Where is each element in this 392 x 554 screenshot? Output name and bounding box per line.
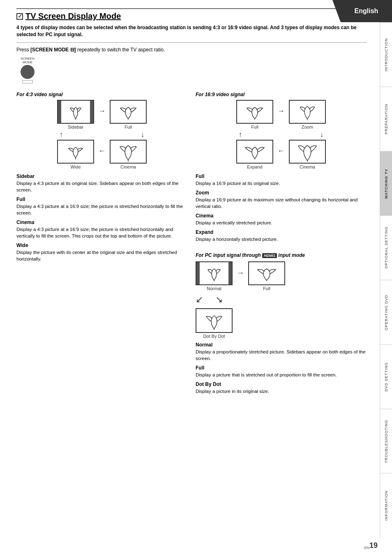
diag-wide: Wide xyxy=(57,140,94,169)
full-heading-169: Full xyxy=(196,173,367,179)
diagram-43: Sidebar → Full xyxy=(16,100,187,169)
hdmi-badge: HDMI1 xyxy=(262,253,277,258)
full-desc-169: Display a 16:9 picture at its original s… xyxy=(196,180,367,187)
tv-sidebar-box xyxy=(57,100,94,124)
diag-169-cinema: Cinema xyxy=(289,140,326,169)
full-desc-pc: Display a picture that is stretched out … xyxy=(196,372,367,378)
diag-row-169-2: Expand ← Cinema xyxy=(196,140,367,169)
sidebar-section-optional: OPTIONAL SETTING xyxy=(380,215,392,280)
full-desc-43: Display a 4:3 picture at a 16:9 size; th… xyxy=(16,203,187,216)
tv-dbd-box xyxy=(196,308,233,333)
checkbox-icon xyxy=(16,13,23,20)
cinema-heading-43: Cinema xyxy=(16,219,187,225)
arrow-169-up: ↑ xyxy=(239,130,242,139)
arrow-left-1: ← xyxy=(98,147,106,162)
cinema-desc-43: Display a 4:3 picture at a 16:9 size; th… xyxy=(16,226,187,239)
button-circle xyxy=(21,65,35,79)
arrow-down-right: ↓ xyxy=(141,130,145,139)
sidebar-desc: Display a 4:3 picture at its original si… xyxy=(16,180,187,193)
label-169-zoom: Zoom xyxy=(302,125,313,129)
diag-169-expand: Expand xyxy=(236,140,273,169)
tv-169-expand-box xyxy=(236,140,273,164)
wide-heading: Wide xyxy=(16,242,187,248)
cinema-heading-169: Cinema xyxy=(196,213,367,219)
arrow-169-right: → xyxy=(277,107,285,122)
label-wide: Wide xyxy=(70,164,81,169)
diag-row-169-1: Full → Zoom xyxy=(196,100,367,129)
pc-normal-cell: Normal xyxy=(196,261,233,291)
main-content: TV Screen Display Mode 4 types of displa… xyxy=(0,0,379,413)
page-title: TV Screen Display Mode xyxy=(16,12,367,21)
tulip-dbd-svg xyxy=(200,311,228,330)
cinema-desc-169: Display a vertically stretched picture. xyxy=(196,219,367,226)
full-heading-43: Full xyxy=(16,196,187,202)
page-en-label: EN xyxy=(364,546,369,550)
diag-row-2: Wide ← Cinema xyxy=(16,140,187,169)
signal-169-title: For 16:9 video signal xyxy=(196,92,367,97)
diag-row-1: Sidebar → Full xyxy=(16,100,187,129)
label-pc-normal: Normal xyxy=(207,286,221,291)
tv-full-box xyxy=(110,100,147,124)
label-169-full: Full xyxy=(251,125,258,129)
divider-line xyxy=(16,42,367,43)
expand-desc: Display a horizontally stretched picture… xyxy=(196,236,367,242)
tv-169-zoom-box xyxy=(289,100,326,124)
two-column-layout: For 4:3 video signal xyxy=(16,92,367,397)
sidebar-section-operating: OPERATING DVD xyxy=(380,280,392,344)
sidebar-section-dvd: DVD SETTING xyxy=(380,344,392,409)
dbd-desc: Display a picture in its original size. xyxy=(196,388,367,395)
arrow-169-left: ← xyxy=(277,147,285,162)
pc-diagram: Normal → xyxy=(196,261,367,339)
screen-mode-label: SCREENMODE xyxy=(21,57,34,64)
normal-desc: Display a proportionately stretched pict… xyxy=(196,349,367,362)
page-number: 19 xyxy=(369,541,378,550)
tv-pc-normal-box xyxy=(196,261,233,285)
label-sidebar: Sidebar xyxy=(68,125,83,129)
diag-full-top: Full xyxy=(110,100,147,129)
tv-wide-box xyxy=(57,140,94,164)
english-label: English xyxy=(355,7,378,15)
label-dbd: Dot By Dot xyxy=(203,334,225,339)
tv-pc-full-box xyxy=(248,261,285,285)
arrow-169-down: ↓ xyxy=(320,130,324,139)
arrows-vert-row: ↑ ↓ xyxy=(16,130,187,139)
tulip-full-svg xyxy=(114,103,143,120)
right-sidebar: INTRODUCTION PREPARATION WATCHING TV OPT… xyxy=(380,22,392,538)
label-169-cinema: Cinema xyxy=(300,164,315,169)
tulip-169-expand-svg xyxy=(240,143,269,160)
pc-title-text: For PC input signal through HDMI1 input … xyxy=(196,252,305,258)
button-monitor xyxy=(22,80,33,83)
diag-169-zoom: Zoom xyxy=(289,100,326,129)
label-cinema: Cinema xyxy=(120,164,136,169)
screen-mode-bold: [SCREEN MODE ⊟] xyxy=(30,47,76,53)
col-43: For 4:3 video signal xyxy=(16,92,187,397)
pc-title: For PC input signal through HDMI1 input … xyxy=(196,252,367,258)
tulip-169-cinema-svg xyxy=(293,141,322,162)
diag-169-full: Full xyxy=(236,100,273,129)
arrow-pc-down-left: ↙ xyxy=(196,294,203,305)
diag-cinema: Cinema xyxy=(110,140,147,169)
tv-169-cinema-box xyxy=(289,140,326,164)
normal-heading: Normal xyxy=(196,342,367,348)
expand-heading: Expand xyxy=(196,229,367,235)
zoom-desc: Display a 16:9 picture at its maximum si… xyxy=(196,196,367,210)
arrow-pc-down-right: ↘ xyxy=(215,294,223,305)
screen-mode-icon: SCREENMODE xyxy=(21,57,35,83)
press-instruction: Press [SCREEN MODE ⊟] repeatedly to swit… xyxy=(16,47,367,53)
arrow-pc-right: → xyxy=(237,269,244,284)
tulip-sidebar-svg xyxy=(65,103,86,120)
full-heading-pc: Full xyxy=(196,365,367,371)
arrow-up-left: ↑ xyxy=(60,130,63,139)
label-169-expand: Expand xyxy=(247,164,262,169)
diagram-169: Full → Zoom xyxy=(196,100,367,169)
label-pc-full: Full xyxy=(263,286,270,291)
sidebar-section-watching: WATCHING TV xyxy=(380,151,392,216)
tulip-pc-full-svg xyxy=(252,265,281,282)
pc-full-cell: Full xyxy=(248,261,285,291)
signal-43-title: For 4:3 video signal xyxy=(16,92,187,97)
diag-sidebar: Sidebar xyxy=(57,100,94,129)
tv-169-full-box xyxy=(236,100,273,124)
tulip-169-zoom-svg xyxy=(293,103,322,120)
subtitle-text: 4 types of display modes can be selected… xyxy=(16,24,367,38)
zoom-heading: Zoom xyxy=(196,190,367,196)
